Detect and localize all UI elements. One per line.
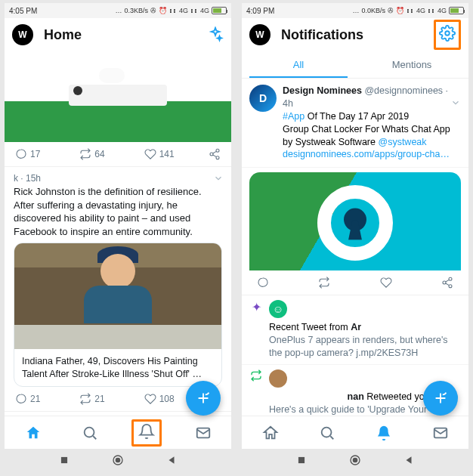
status-speed: 0.3KB/s (124, 7, 148, 14)
no-vibrate-icon: ✇ (150, 7, 156, 14)
settings-highlight (434, 20, 461, 50)
bottom-nav (5, 416, 231, 449)
post-media[interactable] (5, 51, 231, 142)
avatar-button[interactable]: W (12, 24, 33, 45)
reply-button[interactable] (257, 277, 269, 289)
svg-rect-8 (61, 457, 67, 463)
notification-item[interactable]: ✦ ☺ Recent Tweet from Ar OnePlus 7 appea… (242, 295, 468, 365)
status-bar: 4:05 PM … 0.3KB/s ✇ ⏰ ⫾⫾ 4G ⫾⫾ 4G (5, 3, 231, 18)
nav-notifications[interactable] (355, 416, 412, 449)
signal-icon: ⫾⫾ (190, 7, 198, 14)
engagement-row (242, 270, 468, 295)
reply-button[interactable]: 21 (15, 393, 76, 405)
retweet-button[interactable]: 21 (79, 393, 141, 405)
nav-messages[interactable] (412, 416, 468, 449)
engagement-row: 17 64 141 (5, 142, 231, 167)
retweet-icon (249, 369, 263, 382)
notification-item[interactable]: D Design Nominees @designnominees · 4h #… (242, 79, 468, 168)
nav-home[interactable] (5, 416, 61, 449)
no-vibrate-icon: ✇ (388, 7, 394, 14)
system-nav (242, 449, 468, 471)
feed[interactable]: 17 64 141 k · 15h Rick Johnston is the d… (5, 51, 231, 416)
status-speed: 0.0KB/s (361, 7, 385, 14)
back-button[interactable] (403, 455, 414, 465)
alarm-icon: ⏰ (159, 7, 167, 14)
alarm-icon: ⏰ (396, 7, 404, 14)
avatar[interactable] (269, 369, 287, 388)
battery-icon (212, 7, 227, 14)
share-button[interactable] (441, 277, 453, 289)
nav-search[interactable] (61, 416, 118, 449)
recent-apps-button[interactable] (296, 455, 307, 465)
chevron-down-icon[interactable] (213, 173, 224, 184)
page-title: Home (44, 27, 207, 43)
svg-point-12 (449, 278, 452, 281)
bottom-nav (242, 416, 468, 449)
link-card-image (14, 243, 221, 325)
svg-point-1 (210, 153, 213, 156)
like-button[interactable] (380, 277, 392, 289)
svg-point-13 (443, 281, 446, 284)
tweet-link[interactable]: designnominees.com/apps/group-cha… (283, 148, 461, 161)
tweet-text: Rick Johnston is the definition of resil… (14, 185, 222, 238)
svg-point-2 (216, 156, 219, 159)
svg-point-0 (216, 149, 219, 152)
nav-messages[interactable] (175, 416, 231, 449)
chevron-down-icon[interactable] (450, 97, 461, 108)
link-card[interactable]: Indiana Father, 49, Discovers His Painti… (14, 243, 222, 387)
sparkle-icon: ✦ (249, 300, 263, 314)
gear-icon[interactable] (439, 25, 456, 42)
svg-point-11 (445, 31, 450, 36)
status-bar: 4:09 PM … 0.0KB/s ✇ ⏰ ⫾⫾ 4G ⫾⫾ 4G (242, 3, 468, 18)
avatar[interactable]: ☺ (269, 300, 287, 318)
tab-mentions[interactable]: Mentions (355, 51, 468, 78)
signal-icon: ⫾⫾ (407, 7, 414, 14)
avatar[interactable]: D (249, 85, 277, 112)
like-button[interactable]: 141 (144, 148, 206, 160)
status-right: … 0.0KB/s ✇ ⏰ ⫾⫾ 4G ⫾⫾ 4G (352, 7, 464, 14)
tab-all[interactable]: All (242, 51, 355, 78)
svg-rect-17 (298, 457, 305, 463)
signal-icon: ⫾⫾ (169, 7, 177, 14)
home-button[interactable] (112, 454, 124, 466)
status-right: … 0.3KB/s ✇ ⏰ ⫾⫾ 4G ⫾⫾ 4G (115, 7, 227, 14)
compose-fab[interactable] (186, 381, 221, 416)
recent-apps-button[interactable] (59, 455, 70, 465)
link-card-caption: Indiana Father, 49, Discovers His Painti… (14, 349, 221, 386)
system-nav (5, 449, 231, 471)
xbox-console-image (69, 85, 167, 106)
phone-left: 4:05 PM … 0.3KB/s ✇ ⏰ ⫾⫾ 4G ⫾⫾ 4G W Home… (5, 3, 231, 471)
compose-fab[interactable] (423, 381, 458, 416)
notification-tabs: All Mentions (242, 51, 468, 79)
app-header: W Home (5, 18, 231, 51)
svg-point-10 (116, 458, 119, 462)
sparkle-icon[interactable] (207, 26, 224, 43)
back-button[interactable] (166, 455, 177, 465)
page-title: Notifications (281, 27, 434, 43)
home-button[interactable] (349, 454, 361, 466)
notification-feed[interactable]: D Design Nominees @designnominees · 4h #… (242, 79, 468, 416)
avatar-button[interactable]: W (249, 24, 271, 45)
battery-icon (449, 7, 464, 14)
tweet[interactable]: k · 15h Rick Johnston is the definition … (5, 167, 231, 238)
nav-home[interactable] (242, 416, 298, 449)
app-header: W Notifications (242, 18, 468, 51)
status-time: 4:05 PM (9, 7, 37, 15)
svg-point-6 (84, 427, 94, 437)
retweet-button[interactable] (318, 277, 330, 289)
svg-point-15 (321, 427, 331, 437)
svg-point-14 (449, 285, 452, 288)
retweet-button[interactable]: 64 (79, 148, 141, 160)
reply-button[interactable]: 17 (15, 148, 76, 160)
svg-point-19 (353, 458, 357, 462)
signal-icon: ⫾⫾ (428, 7, 435, 14)
nav-search[interactable] (298, 416, 355, 449)
share-button[interactable] (209, 148, 221, 160)
status-time: 4:09 PM (246, 7, 274, 15)
notification-media[interactable] (249, 172, 461, 270)
phone-right: 4:09 PM … 0.0KB/s ✇ ⏰ ⫾⫾ 4G ⫾⫾ 4G W Noti… (242, 3, 468, 471)
nav-notifications[interactable] (118, 416, 175, 449)
tweet-meta: k · 15h (14, 173, 41, 184)
